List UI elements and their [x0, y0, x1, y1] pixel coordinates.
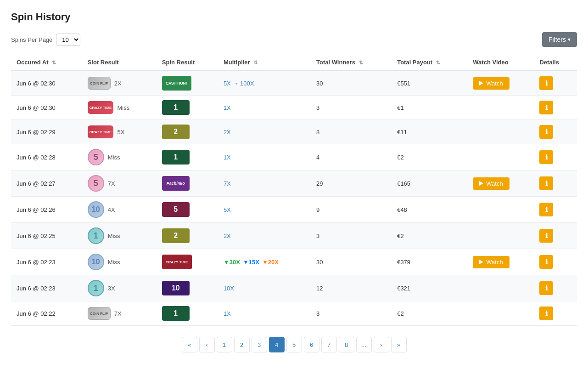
watch-button[interactable]: Watch [473, 256, 509, 268]
table-row: Jun 6 @ 02:30 CRAZY TIME Miss 1 1X 3 €1 … [11, 96, 577, 120]
play-icon [479, 260, 483, 264]
spin-result-badge: Pachinko [162, 176, 190, 191]
multiplier-simple: 2X [224, 233, 231, 239]
cell-details[interactable]: ℹ [534, 197, 577, 223]
col-total-winners: Total Winners ⇅ [311, 54, 392, 71]
cell-details[interactable]: ℹ [534, 144, 577, 170]
cell-total-winners: 29 [311, 170, 392, 197]
cell-watch-video[interactable]: Watch [467, 249, 534, 275]
details-button[interactable]: ℹ [539, 307, 553, 320]
spin-result-badge: 1 [162, 150, 190, 165]
cell-total-winners: 30 [311, 71, 392, 96]
cell-spin-result: 1 [157, 144, 218, 170]
cell-slot-result: 1 3X [82, 275, 157, 301]
watch-button[interactable]: Watch [473, 177, 509, 190]
pagination-page-8[interactable]: 8 [339, 337, 354, 352]
cell-spin-result: 2 [157, 223, 218, 249]
spins-per-page-control: Spins Per Page 10 25 50 [11, 34, 80, 46]
cell-occurred-at: Jun 6 @ 02:23 [11, 249, 82, 275]
pagination-page-7[interactable]: 7 [321, 337, 337, 352]
cell-details[interactable]: ℹ [534, 96, 577, 120]
cell-details[interactable]: ℹ [534, 275, 577, 301]
pagination-page-5[interactable]: 5 [286, 337, 302, 352]
cell-spin-result: 1 [157, 96, 218, 120]
slot-icon-coinflip: COINFLIP [88, 307, 111, 320]
slot-label: Miss [117, 104, 129, 111]
details-button[interactable]: ℹ [539, 125, 553, 139]
pagination-page-3[interactable]: 3 [252, 337, 267, 352]
multiplier-simple: 1X [224, 310, 231, 317]
cell-spin-result: 2 [157, 120, 218, 144]
cell-multiplier: ▼30X ▼15X ▼20X [218, 249, 311, 275]
sort-payout-icon: ⇅ [436, 60, 440, 66]
cell-total-payout: €11 [392, 120, 467, 144]
spin-history-table: Occured At ⇅ Slot Result Spin Result Mul… [11, 54, 577, 326]
cell-watch-video [467, 223, 534, 249]
cell-total-payout: €2 [392, 301, 467, 326]
table-row: Jun 6 @ 02:23 10 Miss CRAZY TIME ▼30X ▼1… [11, 249, 577, 275]
details-button[interactable]: ℹ [539, 176, 553, 190]
col-details: Details [534, 54, 577, 71]
spin-result-badge: CASH HUNT [162, 76, 192, 91]
cell-total-payout: €165 [392, 170, 467, 197]
pagination-page-1[interactable]: 1 [217, 337, 232, 352]
details-button[interactable]: ℹ [539, 76, 553, 90]
cell-spin-result: 10 [157, 275, 218, 301]
multiplier-simple: 2X [224, 129, 231, 136]
pagination-prev[interactable]: ‹ [199, 337, 215, 352]
cell-total-winners: 3 [311, 96, 392, 120]
pagination-page-4[interactable]: 4 [269, 337, 285, 352]
slot-label: 7X [114, 310, 122, 317]
slot-icon-10: 10 [88, 201, 104, 218]
cell-slot-result: 10 Miss [82, 249, 157, 275]
details-button[interactable]: ℹ [539, 229, 553, 243]
cell-watch-video[interactable]: Watch [467, 170, 534, 197]
cell-details[interactable]: ℹ [534, 170, 577, 197]
cell-slot-result: CRAZY TIME 5X [82, 120, 157, 144]
sort-multiplier-icon: ⇅ [253, 60, 258, 66]
cell-multiplier: 1X [218, 144, 311, 170]
spins-per-page-select[interactable]: 10 25 50 [56, 34, 80, 46]
slot-icon-coinflip: COINFLIP [88, 77, 111, 90]
details-button[interactable]: ℹ [539, 101, 553, 114]
cell-watch-video [467, 120, 534, 144]
details-button[interactable]: ℹ [539, 281, 553, 295]
cell-slot-result: 1 Miss [82, 223, 157, 249]
cell-spin-result: CRAZY TIME [157, 249, 218, 275]
details-button[interactable]: ℹ [539, 203, 553, 216]
cell-multiplier: 1X [218, 301, 311, 326]
pagination-first[interactable]: « [182, 337, 197, 352]
cell-details[interactable]: ℹ [534, 249, 577, 275]
cell-details[interactable]: ℹ [534, 223, 577, 249]
cell-slot-result: COINFLIP 7X [82, 301, 157, 326]
multiplier-simple: 10X [224, 285, 234, 292]
pagination-page-6[interactable]: 6 [304, 337, 319, 352]
cell-details[interactable]: ℹ [534, 120, 577, 144]
cell-multiplier: 5X [218, 197, 311, 223]
details-button[interactable]: ℹ [539, 255, 553, 269]
cell-total-payout: €379 [392, 249, 467, 275]
cell-details[interactable]: ℹ [534, 301, 577, 326]
multiplier-simple: 1X [224, 154, 231, 161]
pagination-page-2[interactable]: 2 [234, 337, 250, 352]
slot-icon-10: 10 [88, 254, 104, 270]
cell-details[interactable]: ℹ [534, 71, 577, 96]
watch-button[interactable]: Watch [473, 77, 509, 90]
filters-button[interactable]: Filters [542, 32, 577, 47]
cell-watch-video[interactable]: Watch [467, 71, 534, 96]
pagination-ellipsis: ... [356, 337, 372, 352]
col-total-payout: Total Payout ⇅ [392, 54, 467, 71]
pagination-last[interactable]: » [391, 337, 407, 352]
col-slot-result: Slot Result [82, 54, 157, 71]
cell-multiplier: 5X → 100X [218, 71, 311, 96]
details-button[interactable]: ℹ [539, 150, 553, 164]
table-row: Jun 6 @ 02:25 1 Miss 2 2X 3 €2 ℹ [11, 223, 577, 249]
pagination-next[interactable]: › [374, 337, 389, 352]
table-row: Jun 6 @ 02:27 5 7X Pachinko 7X 29 €165 W… [11, 170, 577, 197]
cell-watch-video [467, 275, 534, 301]
table-row: Jun 6 @ 02:29 CRAZY TIME 5X 2 2X 8 €11 ℹ [11, 120, 577, 144]
cell-slot-result: 5 Miss [82, 144, 157, 170]
cell-total-winners: 4 [311, 144, 392, 170]
cell-multiplier: 10X [218, 275, 311, 301]
cell-occurred-at: Jun 6 @ 02:30 [11, 96, 82, 120]
